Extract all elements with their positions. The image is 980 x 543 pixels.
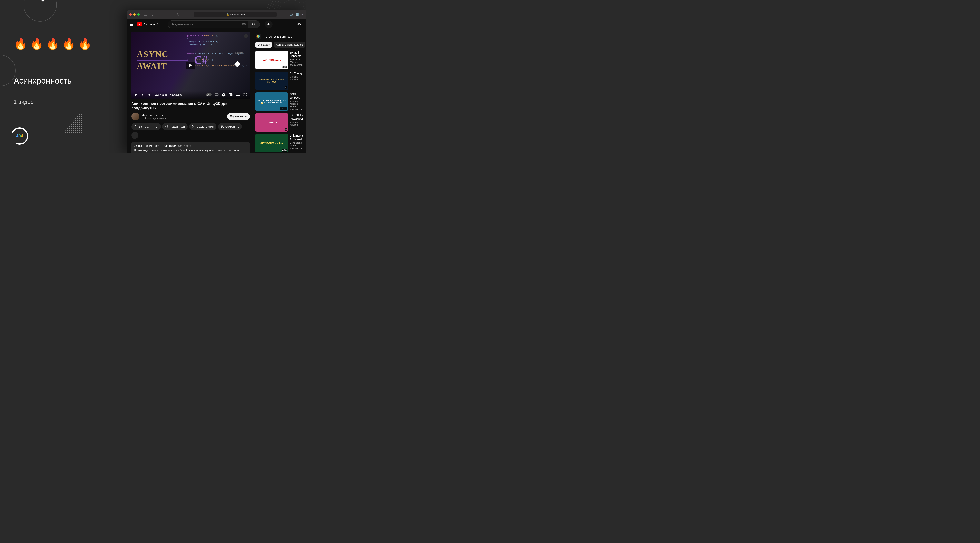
recommendation-title: 10 Math Concepts Programmers — [290, 51, 303, 58]
fullscreen-icon[interactable] — [243, 92, 247, 97]
miniplayer-icon[interactable] — [229, 92, 233, 97]
logo-404: 404 — [9, 125, 31, 147]
youtube-masthead: YouTube RU ⌨ — [127, 19, 306, 30]
left-promo-panel: 🔥🔥🔥🔥🔥 Асинхронность 1 видео 404 — [0, 0, 126, 153]
duration-badge: 8 — [285, 128, 287, 131]
window-traffic-lights — [129, 13, 140, 16]
minimize-button[interactable] — [133, 13, 136, 16]
recommendation-channel: Максим Крюков — [290, 75, 303, 81]
volume-icon[interactable] — [148, 93, 152, 97]
svg-point-17 — [192, 127, 193, 128]
play-button-overlay[interactable] — [186, 62, 195, 69]
recommendation-channel: Максим Крюков — [290, 121, 303, 126]
youtube-play-icon — [137, 22, 142, 26]
recommendation-title: Паттерны.Чистый Рефакторинг — [290, 113, 303, 120]
dislike-button[interactable] — [151, 123, 161, 130]
clip-button[interactable]: Создать клип — [189, 123, 216, 130]
theater-icon[interactable] — [235, 92, 240, 97]
description-box[interactable]: 26 тыс. просмотров 2 года назад C# Theor… — [131, 142, 250, 153]
keyboard-icon[interactable]: ⌨ — [240, 21, 248, 28]
duration-badge: 9:32 — [282, 66, 287, 68]
channel-avatar[interactable] — [131, 113, 139, 120]
captions-icon[interactable] — [215, 92, 219, 97]
sidebar-toggle-icon[interactable] — [142, 12, 149, 17]
back-button[interactable]: ‹ — [157, 13, 158, 16]
search-form: ⌨ — [167, 21, 260, 28]
settings-icon[interactable] — [221, 92, 226, 97]
voice-search-button[interactable] — [265, 21, 273, 28]
translate-icon[interactable]: 🔠 — [295, 13, 299, 16]
subscribe-button[interactable]: Подписаться — [227, 113, 250, 120]
decoration-circle — [24, 0, 57, 22]
thumbnail-text: ASYNC AWAIT — [137, 50, 188, 71]
recommendation-item[interactable]: Inheritance VS EXTENSION METHODS 6 C# Th… — [254, 71, 305, 92]
create-button[interactable] — [296, 21, 302, 28]
recommendation-item[interactable]: MATH FOR hackers 9:32 10 Math Concepts P… — [254, 50, 305, 71]
next-icon[interactable] — [141, 93, 145, 97]
sidebar-chevron-icon[interactable]: ⌄ — [151, 13, 154, 16]
decoration-triangle — [63, 92, 118, 143]
duration-badge: 6 — [285, 86, 287, 89]
video-actions: 1,5 тыс. Поделиться Создать клип Сохр — [131, 123, 250, 139]
video-title: Асинхронное программирование в C# и Unit… — [131, 102, 250, 110]
share-button[interactable]: Поделиться — [162, 123, 188, 130]
shield-icon[interactable] — [177, 12, 181, 17]
svg-rect-10 — [207, 94, 208, 95]
recommendation-title: C# Theory — [290, 72, 303, 75]
promo-subtitle: 1 видео — [14, 99, 33, 105]
extension-logo-icon — [256, 34, 261, 39]
forward-button[interactable]: › — [158, 13, 159, 16]
recommendation-thumbnail: MATH FOR hackers 9:32 — [255, 51, 288, 69]
audio-icon[interactable]: 🔊 — [290, 13, 293, 16]
duration-badge: 4:28 — [282, 149, 287, 151]
duration-badge: 14:11 — [280, 107, 287, 110]
youtube-main: i ASYNC AWAIT C# ◆ private void ResetFil… — [127, 30, 306, 153]
decoration-circle — [0, 55, 16, 86]
svg-point-16 — [192, 126, 193, 126]
hamburger-menu-icon[interactable] — [130, 23, 133, 25]
autoplay-toggle[interactable] — [206, 93, 212, 97]
maximize-button[interactable] — [137, 13, 140, 16]
recommendation-channel: Максим Крюков — [290, 100, 303, 105]
video-player[interactable]: i ASYNC AWAIT C# ◆ private void ResetFil… — [131, 32, 250, 99]
recommendation-thumbnail: СТРАТЕГИЯ 8 — [255, 113, 288, 132]
player-controls: 0:00 / 22:55 • Введение › — [131, 91, 250, 99]
svg-rect-11 — [208, 94, 208, 95]
search-input[interactable] — [167, 21, 240, 28]
reload-icon[interactable]: ⟳ — [301, 13, 303, 16]
search-button[interactable] — [248, 21, 260, 28]
recommendation-views: 11 тыс. просмотров — [290, 144, 303, 150]
lock-icon: 🔒 — [226, 13, 229, 16]
watermark-text: ⚠ gaitavr — [235, 52, 243, 54]
recommendation-thumbnail: Inheritance VS EXTENSION METHODS 6 — [255, 72, 288, 90]
save-button[interactable]: Сохранить — [218, 123, 242, 130]
chapter-label[interactable]: • Введение › — [170, 94, 183, 96]
recommendation-thumbnail: UNITY EVENTS use them 4:28 — [255, 134, 288, 152]
url-bar[interactable]: 🔒 youtube.com — [194, 12, 277, 17]
recommendation-channel: Fireship ✔ — [290, 58, 303, 61]
channel-subscribers: 15,4 тыс. подписчиков — [142, 117, 224, 119]
primary-column: i ASYNC AWAIT C# ◆ private void ResetFil… — [131, 32, 250, 153]
svg-line-3 — [254, 25, 255, 25]
time-display: 0:00 / 22:55 — [155, 94, 167, 96]
svg-rect-12 — [215, 94, 218, 96]
channel-row: Максим Крюков 15,4 тыс. подписчиков Подп… — [131, 113, 250, 120]
chip-author[interactable]: Автор: Максим Крюков — [274, 42, 305, 48]
recommendation-item[interactable]: UNITY EVENTS use them 4:28 UnityEvents E… — [254, 133, 305, 153]
browser-window: ⌄ ‹ › 🔒 youtube.com 🔊 🔠 ⟳ YouTube RU — [127, 10, 306, 153]
close-button[interactable] — [129, 13, 132, 16]
more-actions-button[interactable]: ⋯ — [131, 132, 138, 139]
secondary-column: Transcript & Summary Все видео Автор: Ма… — [254, 32, 305, 153]
recommendation-item[interactable]: СТРАТЕГИЯ 8 Паттерны.Чистый Рефакторинг … — [254, 112, 305, 133]
youtube-logo[interactable]: YouTube RU — [137, 22, 158, 27]
like-button[interactable]: 1,5 тыс. — [131, 123, 151, 130]
channel-name[interactable]: Максим Крюков — [142, 113, 224, 117]
play-icon[interactable] — [134, 93, 138, 97]
recommendation-item[interactable]: UNITY СОБЕСЕДОВАНИЕ ООП 😱 SOLID ИНТЕРФЕЙ… — [254, 92, 305, 112]
promo-title: Асинхронность — [14, 76, 72, 86]
description-body: В этом видео мы углубимся в async/await.… — [134, 148, 247, 153]
chip-all[interactable]: Все видео — [255, 42, 272, 48]
recommendation-channel: Contraband — [290, 142, 303, 144]
transcript-extension[interactable]: Transcript & Summary — [254, 32, 305, 41]
safari-toolbar: ⌄ ‹ › 🔒 youtube.com 🔊 🔠 ⟳ — [127, 10, 306, 19]
